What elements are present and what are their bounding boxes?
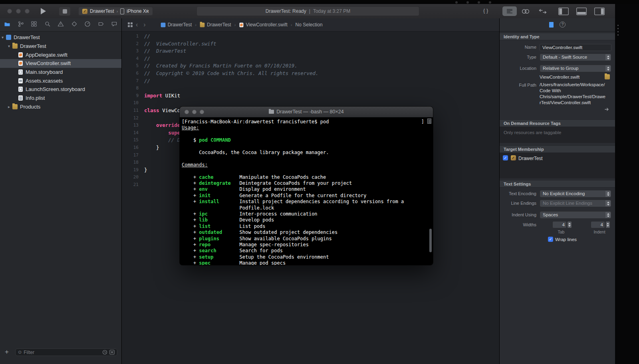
indent-width-field[interactable]: 4 [591, 221, 605, 228]
code-line[interactable]: 5 // Created by Francis Martin Fuerte on… [122, 62, 499, 70]
terminal-minimize-button[interactable] [192, 110, 196, 114]
related-items-icon[interactable] [127, 22, 133, 28]
file-tree-row[interactable]: ▸ Products [0, 103, 121, 111]
source-control-filter-icon[interactable] [109, 350, 115, 355]
file-tree-row[interactable]: AppDelegate.swift [0, 50, 121, 59]
name-label: Name [500, 45, 540, 49]
recent-files-clock-icon[interactable] [102, 350, 107, 355]
tab-width-field[interactable]: 4 [552, 221, 567, 228]
text-encoding-popup[interactable]: No Explicit Encoding [540, 190, 611, 198]
target-name: DrawerTest [518, 156, 543, 161]
code-line[interactable]: 6 // Copyright © 2019 Code with Chris. A… [122, 70, 499, 77]
code-line[interactable]: 7 // [122, 77, 499, 85]
terminal-zoom-button[interactable] [200, 110, 204, 114]
symbol-navigator-tab[interactable] [31, 21, 37, 29]
disclosure-triangle[interactable]: ▾ [8, 44, 12, 48]
source-control-navigator-tab[interactable] [18, 21, 24, 29]
wrap-lines-checkbox[interactable]: ✓ [548, 237, 553, 242]
line-number: 7 [122, 77, 144, 85]
terminal-scrollbar-thumb[interactable] [429, 229, 432, 252]
popup-chevrons-icon [605, 212, 611, 218]
project-navigator-tab[interactable] [4, 21, 10, 29]
breadcrumb-label: ViewController.swift [246, 22, 287, 28]
file-name: Info.plist [26, 95, 45, 101]
breadcrumb-item[interactable]: › DrawerTest [192, 22, 231, 28]
disclosure-triangle[interactable]: ▸ [8, 105, 12, 109]
code-line[interactable]: 10 [122, 99, 499, 107]
name-field[interactable]: ViewController.swift [540, 44, 611, 51]
code-line[interactable]: 3 // DrawerTest [122, 47, 499, 55]
line-number: 19 [122, 166, 144, 174]
assistant-editor-button[interactable] [522, 9, 530, 15]
menu-extra-icon [455, 1, 458, 4]
filter-field[interactable]: ⊙ Filter [15, 348, 117, 356]
indent-using-popup[interactable]: Spaces [540, 211, 611, 219]
code-snippets-button[interactable]: { } [483, 8, 488, 14]
breadcrumb-item[interactable]: DrawerTest [154, 22, 192, 28]
location-popup[interactable]: Relative to Group [540, 65, 611, 72]
line-endings-popup[interactable]: No Explicit Line Endings [540, 200, 611, 207]
terminal-line: CocoaPods, the Cocoa library package man… [182, 150, 427, 156]
terminal-line: + setup Setup the CocoaPods environment [182, 254, 427, 260]
terminal-line: + outdated Show outdated project depende… [182, 229, 427, 235]
version-editor-button[interactable] [538, 9, 547, 15]
stop-button[interactable] [59, 7, 70, 16]
breadcrumb-file-icon [161, 22, 165, 27]
run-button[interactable] [41, 8, 46, 14]
back-button[interactable]: ‹ [136, 22, 138, 28]
toggle-navigator-button[interactable] [558, 8, 569, 16]
file-tree-row[interactable]: ▾ DrawerTest [0, 42, 121, 51]
file-name: Main.storyboard [26, 69, 63, 75]
terminal-window[interactable]: DrawerTest — -bash — 80×24 [Franciss-Mac… [180, 107, 433, 265]
disclosure-triangle[interactable]: ▾ [2, 35, 6, 40]
tab-width-stepper[interactable] [567, 221, 572, 228]
standard-editor-icon [506, 9, 513, 14]
code-line[interactable]: 2 // ViewController.swift [122, 40, 499, 48]
file-tree-row[interactable]: ViewController.swift [0, 59, 121, 68]
code-line[interactable]: 9 import UIKit [122, 92, 499, 100]
terminal-close-button[interactable] [185, 110, 189, 114]
toggle-inspector-button[interactable] [594, 8, 605, 16]
file-tree-row[interactable]: ▾ DrawerTest [0, 33, 121, 42]
odr-field-area[interactable]: Only resources are taggable [500, 127, 615, 143]
type-popup[interactable]: Default - Swift Source [540, 53, 611, 61]
zoom-window-button[interactable] [25, 9, 30, 14]
folder-icon[interactable] [605, 74, 610, 79]
add-button[interactable]: + [5, 348, 9, 356]
file-tree-row[interactable]: Main.storyboard [0, 68, 121, 77]
line-number: 15 [122, 136, 144, 144]
terminal-title-bar[interactable]: DrawerTest — -bash — 80×24 [180, 107, 433, 117]
forward-button[interactable]: › [143, 22, 145, 28]
file-tree-row[interactable]: Assets.xcassets [0, 76, 121, 85]
breadcrumb-item[interactable]: › No Selection [288, 22, 323, 28]
file-tree-row[interactable]: Info.plist [0, 94, 121, 103]
window-edge-dot [617, 28, 619, 29]
issue-navigator-tab[interactable] [58, 21, 64, 29]
standard-editor-button[interactable] [502, 6, 517, 16]
breadcrumb-item[interactable]: › ViewController.swift [231, 22, 288, 28]
file-tree-row[interactable]: LaunchScreen.storyboard [0, 85, 121, 94]
line-number: 3 [122, 47, 144, 55]
file-inspector-tab-icon[interactable] [549, 22, 554, 28]
debug-navigator-tab[interactable] [84, 21, 91, 29]
file-icon [6, 35, 11, 40]
line-number: 16 [122, 144, 144, 152]
terminal-content[interactable]: [Franciss-MacBook-Air:drawertest francis… [180, 117, 433, 265]
minimize-window-button[interactable] [16, 9, 21, 14]
code-line[interactable]: 8 [122, 85, 499, 92]
target-checkbox[interactable]: ✓ [503, 155, 508, 160]
terminal-line: $ pod COMMAND [182, 137, 427, 143]
indent-width-stepper[interactable] [605, 221, 610, 228]
reveal-arrow-icon[interactable] [604, 107, 609, 112]
code-line[interactable]: 1 // [122, 33, 499, 40]
scheme-selector[interactable]: DrawerTest › iPhone Xʀ [78, 7, 153, 16]
close-window-button[interactable] [7, 9, 12, 14]
location-label: Location [500, 66, 540, 71]
report-navigator-tab[interactable] [111, 21, 117, 29]
code-line[interactable]: 4 // [122, 55, 499, 63]
test-navigator-tab[interactable] [71, 21, 77, 29]
find-navigator-tab[interactable] [44, 21, 51, 29]
breakpoint-navigator-tab[interactable] [98, 21, 104, 29]
quick-help-tab-icon[interactable]: ? [560, 22, 566, 28]
toggle-debug-area-button[interactable] [576, 8, 587, 16]
